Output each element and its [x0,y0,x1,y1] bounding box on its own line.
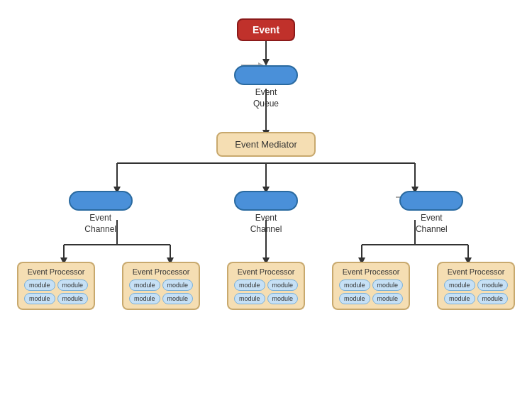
module-grid-4: module module module module [339,279,403,304]
event-label: Event [253,24,279,35]
event-channel-pill-3 [399,191,463,211]
processors-row: Event Processor module module module mod… [4,262,528,310]
event-node: Event [237,18,295,41]
module-5-4: module [477,293,509,304]
event-channel-pill-1 [69,191,133,211]
module-2-1: module [129,279,160,291]
processor-title-1: Event Processor [24,267,88,276]
module-4-4: module [372,293,404,304]
module-4-2: module [372,279,404,291]
module-2-4: module [162,293,194,304]
module-1-3: module [24,293,55,304]
processor-title-5: Event Processor [444,267,508,276]
mediator-box: Event Mediator [216,132,315,157]
queue-section: EventQueue [234,65,298,109]
processor-title-3: Event Processor [234,267,298,276]
processor-title-4: Event Processor [339,267,403,276]
processor-box-3: Event Processor module module module mod… [227,262,305,310]
module-3-3: module [234,293,265,304]
module-3-1: module [234,279,265,291]
module-1-2: module [57,279,89,291]
event-channel-pill-2 [234,191,298,211]
module-4-1: module [339,279,370,291]
channel-col-2: EventChannel [234,191,298,235]
module-3-2: module [267,279,299,291]
processor-title-2: Event Processor [129,267,193,276]
diagram: Event EventQueue Event Mediator EventCha… [0,0,532,410]
channels-row: EventChannel EventChannel EventChannel [18,191,514,235]
module-2-3: module [129,293,160,304]
mediator-section: Event Mediator [216,132,315,157]
channel-col-3: EventChannel [399,191,463,235]
event-channel-label-3: EventChannel [416,213,448,235]
processor-box-2: Event Processor module module module mod… [122,262,200,310]
module-5-3: module [444,293,475,304]
mediator-label: Event Mediator [235,139,297,150]
event-channel-label-1: EventChannel [84,213,116,235]
module-grid-5: module module module module [444,279,508,304]
event-queue-label: EventQueue [234,87,298,109]
module-5-1: module [444,279,475,291]
event-channel-label-2: EventChannel [250,213,282,235]
module-grid-1: module module module module [24,279,88,304]
module-3-4: module [267,293,299,304]
module-grid-2: module module module module [129,279,193,304]
module-5-2: module [477,279,509,291]
module-2-2: module [162,279,194,291]
module-4-3: module [339,293,370,304]
event-queue-pill [234,65,298,85]
module-1-1: module [24,279,55,291]
event-section: Event [237,10,295,41]
module-1-4: module [57,293,89,304]
module-grid-3: module module module module [234,279,298,304]
processor-box-1: Event Processor module module module mod… [17,262,95,310]
channel-col-1: EventChannel [69,191,133,235]
processor-box-4: Event Processor module module module mod… [332,262,410,310]
processor-box-5: Event Processor module module module mod… [437,262,515,310]
